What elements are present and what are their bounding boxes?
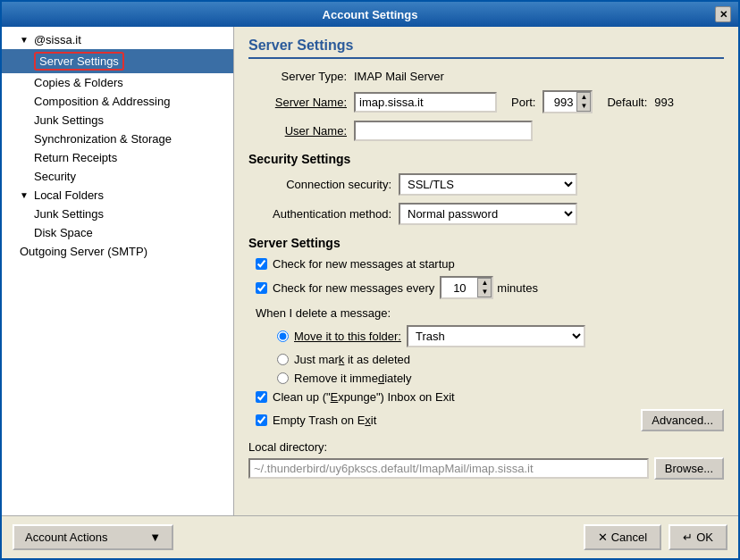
title-bar: Account Settings ✕	[2, 2, 738, 27]
sidebar: ▼ @sissa.it Server Settings Copies & Fol…	[2, 27, 234, 515]
return-receipts-label: Return Receipts	[34, 151, 117, 164]
minutes-down-btn[interactable]: ▼	[478, 288, 491, 297]
account-name: @sissa.it	[34, 33, 81, 46]
cancel-icon: ✕	[598, 531, 608, 544]
ok-button[interactable]: ↵ OK	[669, 524, 727, 550]
remove-immediately-radio[interactable]	[277, 372, 289, 384]
default-label: Default:	[607, 96, 647, 109]
local-junk-label: Junk Settings	[34, 207, 104, 221]
ok-icon: ↵	[683, 531, 693, 544]
empty-trash-checkbox[interactable]	[256, 414, 267, 426]
minutes-up-btn[interactable]: ▲	[478, 279, 491, 288]
check-startup-row: Check for new messages at startup	[248, 257, 724, 271]
account-actions-arrow: ▼	[149, 531, 161, 544]
move-folder-label: Move it to this folder:	[294, 330, 401, 343]
local-dir-input[interactable]	[248, 458, 649, 479]
security-label: Security	[34, 170, 76, 183]
main-content: Server Settings Server Type: IMAP Mail S…	[234, 27, 738, 515]
connection-security-select[interactable]: None STARTTLS SSL/TLS	[399, 173, 577, 196]
security-settings-title: Security Settings	[248, 152, 724, 166]
minutes-spinner[interactable]: ▲ ▼	[477, 278, 492, 297]
server-type-row: Server Type: IMAP Mail Server	[248, 70, 724, 83]
move-folder-radio[interactable]	[277, 330, 289, 342]
local-dir-section: Local directory: Browse...	[248, 440, 724, 480]
username-input[interactable]	[354, 121, 533, 141]
move-folder-select[interactable]: Trash	[407, 325, 585, 347]
username-label: User Name:	[248, 124, 347, 138]
clean-up-label: Clean up ("Expunge") Inbox on Exit	[273, 390, 455, 404]
move-folder-row: Move it to this folder: Trash	[256, 325, 724, 347]
server-name-input[interactable]	[354, 92, 497, 113]
server-settings-sub-title: Server Settings	[248, 236, 724, 250]
remove-immediately-label: Remove it immediately	[294, 372, 412, 385]
cancel-label: Cancel	[611, 531, 647, 544]
just-mark-radio[interactable]	[277, 354, 289, 365]
dialog-buttons: ✕ Cancel ↵ OK	[584, 524, 727, 550]
browse-button[interactable]: Browse...	[654, 457, 724, 480]
clean-up-checkbox[interactable]	[256, 391, 267, 403]
server-type-value: IMAP Mail Server	[354, 70, 444, 83]
sidebar-item-server-settings[interactable]: Server Settings	[2, 49, 233, 73]
default-value: 993	[654, 96, 674, 109]
sidebar-item-copies-folders[interactable]: Copies & Folders	[2, 73, 233, 92]
auth-method-label: Authentication method:	[248, 207, 391, 221]
bottom-bar: Account Actions ▼ ✕ Cancel ↵ OK	[2, 515, 738, 558]
account-actions-button[interactable]: Account Actions ▼	[13, 524, 173, 550]
local-dir-label: Local directory:	[248, 440, 724, 454]
composition-addressing-label: Composition & Addressing	[34, 95, 170, 108]
sync-storage-label: Synchronization & Storage	[34, 132, 172, 146]
port-field: ▲ ▼	[542, 90, 593, 113]
sidebar-item-security[interactable]: Security	[2, 167, 233, 186]
disk-space-label: Disk Space	[34, 226, 93, 239]
empty-trash-row: Empty Trash on Exit	[248, 414, 376, 427]
local-dir-row: Browse...	[248, 457, 724, 480]
server-name-row: Server Name: Port: ▲ ▼ Default: 993	[248, 90, 724, 113]
ok-label: OK	[696, 531, 713, 544]
server-settings-title: Server Settings	[248, 38, 724, 59]
check-every-label: Check for new messages every	[273, 281, 434, 295]
sidebar-item-outgoing-smtp[interactable]: Outgoing Server (SMTP)	[2, 242, 233, 261]
minutes-suffix: minutes	[497, 281, 538, 295]
check-startup-checkbox[interactable]	[256, 258, 267, 270]
local-expand-icon: ▼	[20, 190, 29, 200]
port-label: Port:	[511, 96, 535, 109]
window-body: ▼ @sissa.it Server Settings Copies & Fol…	[2, 27, 738, 515]
sidebar-item-composition-addressing[interactable]: Composition & Addressing	[2, 92, 233, 111]
server-type-label: Server Type:	[248, 70, 347, 83]
copies-folders-label: Copies & Folders	[34, 76, 123, 89]
sidebar-item-junk-settings[interactable]: Junk Settings	[2, 111, 233, 130]
close-button[interactable]: ✕	[715, 6, 731, 22]
auth-method-select[interactable]: No authentication Normal password Encryp…	[399, 203, 577, 225]
check-every-row: Check for new messages every ▲ ▼ minutes	[248, 276, 724, 299]
connection-security-row: Connection security: None STARTTLS SSL/T…	[248, 173, 724, 196]
clean-up-row: Clean up ("Expunge") Inbox on Exit	[248, 390, 724, 404]
sidebar-item-sync-storage[interactable]: Synchronization & Storage	[2, 130, 233, 148]
check-every-checkbox[interactable]	[256, 282, 267, 294]
port-up-btn[interactable]: ▲	[577, 93, 590, 102]
server-name-label: Server Name:	[248, 96, 347, 109]
local-folders-label: Local Folders	[34, 188, 104, 202]
window-title: Account Settings	[25, 8, 715, 21]
port-down-btn[interactable]: ▼	[577, 102, 590, 111]
auth-method-row: Authentication method: No authentication…	[248, 203, 724, 225]
check-startup-label: Check for new messages at startup	[273, 257, 455, 271]
just-mark-label: Just mark it as deleted	[294, 353, 410, 366]
sidebar-item-local-junk[interactable]: Junk Settings	[2, 205, 233, 223]
server-settings-label: Server Settings	[34, 52, 124, 71]
expand-icon: ▼	[20, 35, 29, 45]
port-spinner[interactable]: ▲ ▼	[576, 92, 591, 112]
sidebar-account[interactable]: ▼ @sissa.it	[2, 30, 233, 49]
just-mark-row: Just mark it as deleted	[256, 353, 724, 366]
outgoing-smtp-label: Outgoing Server (SMTP)	[20, 245, 147, 258]
minutes-spinner-row: ▲ ▼ minutes	[440, 276, 538, 299]
delete-label: When I delete a message:	[256, 306, 724, 320]
minutes-field: ▲ ▼	[440, 276, 493, 299]
cancel-button[interactable]: ✕ Cancel	[584, 524, 661, 550]
junk-settings-label: Junk Settings	[34, 113, 104, 127]
minutes-input[interactable]	[441, 280, 477, 297]
sidebar-item-disk-space[interactable]: Disk Space	[2, 223, 233, 242]
port-input[interactable]	[544, 94, 576, 111]
advanced-button[interactable]: Advanced...	[641, 409, 724, 431]
sidebar-local-folders[interactable]: ▼ Local Folders	[2, 186, 233, 205]
sidebar-item-return-receipts[interactable]: Return Receipts	[2, 148, 233, 167]
